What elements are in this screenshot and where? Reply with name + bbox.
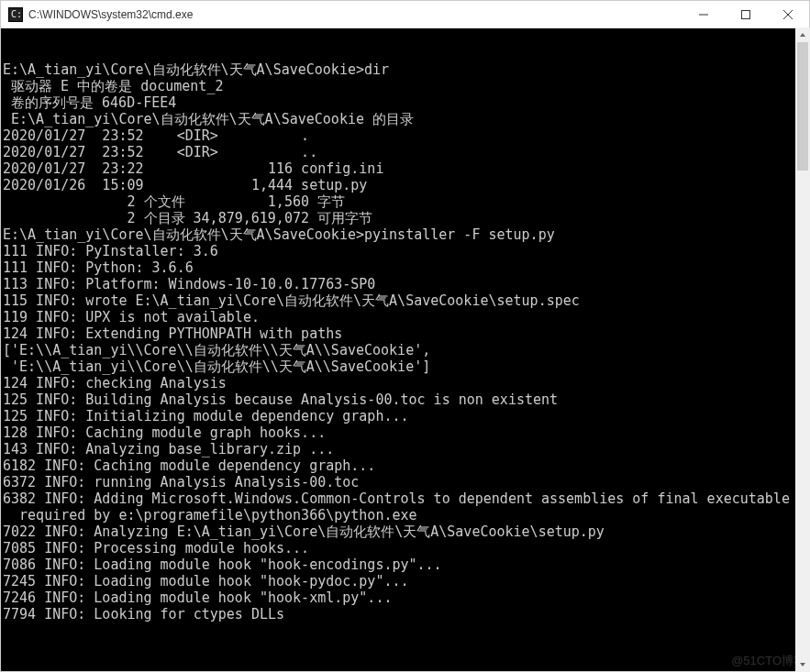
terminal-line: 6182 INFO: Caching module dependency gra… (3, 457, 807, 474)
close-button[interactable] (767, 1, 809, 28)
cmd-icon: C: (8, 7, 23, 22)
terminal-line: 2020/01/27 23:52 <DIR> . (3, 127, 807, 144)
terminal-line: E:\A_tian_yi\Core\自动化软件\天气A\SaveCookie>d… (3, 61, 807, 78)
terminal-line: 7022 INFO: Analyzing E:\A_tian_yi\Core\自… (3, 523, 807, 540)
terminal-line: ['E:\\A_tian_yi\\Core\\自动化软件\\天气A\\SaveC… (3, 342, 807, 358)
window-title: C:\WINDOWS\system32\cmd.exe (28, 8, 682, 21)
terminal-line: 125 INFO: Initializing module dependency… (3, 408, 807, 424)
terminal-line: 113 INFO: Platform: Windows-10-10.0.1776… (3, 276, 807, 292)
terminal-line: 卷的序列号是 646D-FEE4 (3, 94, 807, 111)
terminal-line: 119 INFO: UPX is not available. (3, 309, 807, 325)
terminal-line: 128 INFO: Caching module graph hooks... (3, 424, 807, 441)
maximize-button[interactable] (725, 1, 767, 28)
vertical-scrollbar[interactable] (795, 28, 810, 672)
svg-text:C:: C: (11, 9, 22, 19)
terminal-line: 2020/01/27 23:22 116 config.ini (3, 160, 807, 177)
scroll-thumb[interactable] (797, 42, 808, 171)
terminal-line: 6372 INFO: running Analysis Analysis-00.… (3, 474, 807, 490)
terminal-line: 2 个文件 1,560 字节 (3, 193, 807, 210)
window-controls (682, 1, 809, 28)
terminal-line: E:\A_tian_yi\Core\自动化软件\天气A\SaveCookie>p… (3, 226, 807, 243)
terminal-line: 125 INFO: Building Analysis because Anal… (3, 391, 807, 408)
cmd-window: C: C:\WINDOWS\system32\cmd.exe E:\A_tian… (0, 0, 810, 672)
terminal-line: 7086 INFO: Loading module hook "hook-enc… (3, 556, 807, 573)
terminal-line: 111 INFO: Python: 3.6.6 (3, 259, 807, 276)
terminal-line: required by e:\programefile\python366\py… (3, 507, 807, 523)
terminal-line: 2 个目录 34,879,619,072 可用字节 (3, 210, 807, 226)
terminal-line: 143 INFO: Analyzing base_library.zip ... (3, 441, 807, 457)
scroll-down-arrow[interactable] (795, 657, 810, 672)
minimize-button[interactable] (682, 1, 725, 28)
terminal-line: 124 INFO: Extending PYTHONPATH with path… (3, 325, 807, 342)
terminal-line: 7085 INFO: Processing module hooks... (3, 540, 807, 556)
terminal-line: 2020/01/26 15:09 1,444 setup.py (3, 177, 807, 193)
svg-marker-8 (800, 663, 805, 666)
terminal-line: 115 INFO: wrote E:\A_tian_yi\Core\自动化软件\… (3, 292, 807, 309)
terminal-line: 'E:\\A_tian_yi\\Core\\自动化软件\\天气A\\SaveCo… (3, 358, 807, 375)
terminal-line: E:\A_tian_yi\Core\自动化软件\天气A\SaveCookie 的… (3, 111, 807, 127)
terminal-output[interactable]: E:\A_tian_yi\Core\自动化软件\天气A\SaveCookie>d… (1, 28, 809, 671)
terminal-line: 7246 INFO: Loading module hook "hook-xml… (3, 589, 807, 606)
terminal-line: 111 INFO: PyInstaller: 3.6 (3, 243, 807, 259)
svg-rect-4 (742, 10, 750, 18)
terminal-line: 6382 INFO: Adding Microsoft.Windows.Comm… (3, 490, 807, 507)
terminal-line: 2020/01/27 23:52 <DIR> .. (3, 144, 807, 160)
scroll-track[interactable] (795, 42, 810, 657)
terminal-line: 124 INFO: checking Analysis (3, 375, 807, 391)
scroll-up-arrow[interactable] (795, 28, 810, 42)
svg-marker-7 (800, 33, 805, 37)
terminal-line: 7245 INFO: Loading module hook "hook-pyd… (3, 573, 807, 589)
titlebar[interactable]: C: C:\WINDOWS\system32\cmd.exe (1, 1, 809, 28)
terminal-line: 7794 INFO: Looking for ctypes DLLs (3, 606, 807, 622)
terminal-line: 驱动器 E 中的卷是 document_2 (3, 78, 807, 94)
watermark: @51CTO博客 (731, 653, 805, 669)
